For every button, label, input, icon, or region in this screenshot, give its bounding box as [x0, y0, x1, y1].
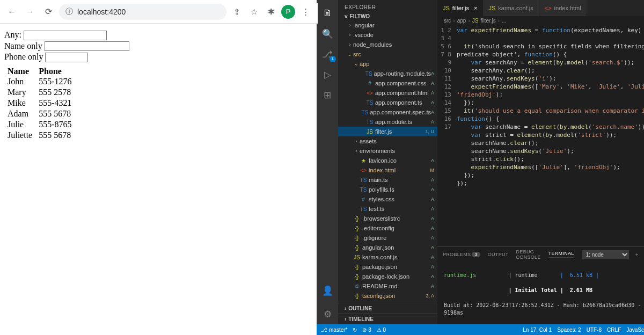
explorer-title: EXPLORER: [338, 0, 437, 12]
phone-input[interactable]: [45, 53, 88, 62]
status-spaces[interactable]: Spaces: 2: [557, 327, 581, 333]
tree-item[interactable]: JSkarma.conf.jsA: [338, 252, 437, 262]
extensions-icon[interactable]: ⊞: [317, 85, 338, 105]
tree-item[interactable]: TStest.tsA: [338, 204, 437, 214]
editor-tab[interactable]: <>index.html: [539, 0, 587, 16]
status-warnings[interactable]: ⚠ 0: [377, 327, 386, 333]
search-icon[interactable]: 🔍: [317, 24, 338, 44]
tree-item[interactable]: #app.component.cssA: [338, 78, 437, 88]
tree-item[interactable]: {}tsconfig.json2, A: [338, 291, 437, 301]
account-icon[interactable]: 👤: [317, 280, 338, 301]
tree-item[interactable]: ›node_modules: [338, 40, 437, 49]
panel-tab-terminal[interactable]: TERMINAL: [548, 251, 574, 258]
tree-item[interactable]: TSapp.component.tsA: [338, 98, 437, 107]
col-phone: Phone: [35, 67, 75, 76]
extensions-icon[interactable]: ✱: [264, 5, 278, 19]
page-content: Any: Name only Phone only Name Phone Joh…: [0, 24, 317, 147]
col-name: Name: [4, 67, 35, 76]
table-row: Adam555 5678: [4, 108, 75, 119]
timeline-section[interactable]: ›TIMELINE: [338, 314, 437, 324]
any-input[interactable]: [24, 31, 107, 40]
vscode-pane: 🗎 🔍 ⎇1 ▷ ⊞ 👤 ⚙ EXPLORER vFILTWO ›.angula…: [317, 0, 644, 335]
status-enc[interactable]: UTF-8: [587, 327, 602, 333]
status-eol[interactable]: CRLF: [607, 327, 621, 333]
debug-icon[interactable]: ▷: [317, 64, 338, 85]
tree-item[interactable]: <>index.htmlM: [338, 165, 437, 175]
tree-item[interactable]: ›environments: [338, 146, 437, 156]
phone-label: Phone only: [4, 52, 43, 61]
menu-icon[interactable]: ⋮: [298, 5, 312, 19]
address-bar[interactable]: ⓘ localhost:4200: [59, 4, 226, 20]
url-text: localhost:4200: [77, 8, 126, 16]
table-row: Mike555-4321: [4, 98, 75, 108]
name-label: Name only: [4, 41, 42, 50]
tree-item[interactable]: ›.vscode: [338, 30, 437, 40]
explorer-icon[interactable]: 🗎: [317, 3, 338, 24]
tree-item[interactable]: {}package-lock.jsonA: [338, 272, 437, 281]
tree-item[interactable]: ›.angular: [338, 20, 437, 30]
tree-item[interactable]: ①README.mdA: [338, 281, 437, 291]
status-pos[interactable]: Ln 17, Col 1: [523, 327, 552, 333]
panel-tab-problems[interactable]: PROBLEMS3: [443, 252, 480, 257]
tree-item[interactable]: TSapp-routing.module.tsA: [338, 69, 437, 78]
site-info-icon[interactable]: ⓘ: [65, 7, 73, 17]
friends-table: Name Phone John555-1276Mary555 2578Mike5…: [4, 67, 75, 141]
profile-avatar[interactable]: P: [281, 5, 295, 19]
scm-icon[interactable]: ⎇1: [317, 44, 338, 64]
tree-item[interactable]: {}package.jsonA: [338, 262, 437, 272]
tree-item[interactable]: ›assets: [338, 136, 437, 146]
tree-item[interactable]: TSapp.module.tsA: [338, 117, 437, 127]
status-bar: ⎇ master* ↻ ⊘ 3 ⚠ 0 Ln 17, Col 1 Spaces:…: [317, 324, 644, 335]
table-row: John555-1276: [4, 76, 75, 87]
activity-bar: 🗎 🔍 ⎇1 ▷ ⊞ 👤 ⚙: [317, 0, 338, 324]
tree-item[interactable]: {}.gitignoreA: [338, 233, 437, 243]
outline-section[interactable]: ›OUTLINE: [338, 303, 437, 314]
reload-button[interactable]: ⟳: [41, 4, 56, 19]
status-sync[interactable]: ↻: [353, 327, 357, 333]
status-lang[interactable]: JavaScript: [626, 327, 644, 333]
settings-icon[interactable]: ⚙: [317, 304, 338, 324]
root-folder[interactable]: vFILTWO: [338, 12, 437, 20]
tree-item[interactable]: {}angular.jsonA: [338, 243, 437, 252]
new-terminal-icon[interactable]: ＋: [634, 251, 639, 258]
editor-tabs: JSfilter.js×JSkarma.conf.js<>index.html …: [437, 0, 644, 16]
breadcrumb[interactable]: src› app› JS filter.js› ...: [437, 16, 644, 25]
panel-tab-debug[interactable]: DEBUG CONSOLE: [516, 249, 541, 260]
file-tree: ›.angular›.vscode›node_modules⌄src⌄appTS…: [338, 20, 437, 303]
browser-toolbar: ← → ⟳ ⓘ localhost:4200 ⇪ ☆ ✱ P ⋮: [0, 0, 317, 24]
name-input[interactable]: [45, 41, 129, 51]
table-row: Julie555-8765: [4, 119, 75, 130]
forward-button[interactable]: →: [23, 4, 38, 19]
tree-item[interactable]: JSfilter.js1, U: [338, 127, 437, 136]
status-errors[interactable]: ⊘ 3: [362, 327, 371, 333]
table-row: Mary555 2578: [4, 87, 75, 98]
tree-item[interactable]: {}.browserslistrcA: [338, 214, 437, 223]
tree-item[interactable]: ⌄app: [338, 59, 437, 69]
editor-tab[interactable]: JSkarma.conf.js: [483, 0, 539, 16]
tree-item[interactable]: #styles.cssA: [338, 194, 437, 204]
table-row: Juliette555 5678: [4, 130, 75, 141]
gutter: 1 2 3 4 5 6 7 8 9 10 11 12 13 14 15 16 1…: [437, 25, 457, 246]
share-icon[interactable]: ⇪: [230, 5, 244, 19]
sidebar: EXPLORER vFILTWO ›.angular›.vscode›node_…: [338, 0, 437, 324]
browser-pane: ← → ⟳ ⓘ localhost:4200 ⇪ ☆ ✱ P ⋮ Any: Na…: [0, 0, 317, 335]
tree-item[interactable]: ★favicon.icoA: [338, 156, 437, 165]
tree-item[interactable]: {}.editorconfigA: [338, 223, 437, 233]
any-label: Any:: [4, 30, 21, 39]
terminal[interactable]: runtime.js | runtime | 6.51 kB | | Initi…: [437, 262, 644, 324]
back-button[interactable]: ←: [4, 4, 19, 19]
editor-area: JSfilter.js×JSkarma.conf.js<>index.html …: [437, 0, 644, 324]
terminal-select[interactable]: 1: node: [582, 250, 629, 259]
panel-tab-output[interactable]: OUTPUT: [488, 252, 509, 257]
panel: PROBLEMS3 OUTPUT DEBUG CONSOLE TERMINAL …: [437, 246, 644, 324]
tree-item[interactable]: TSpolyfills.tsA: [338, 185, 437, 194]
editor-tab[interactable]: JSfilter.js×: [437, 0, 483, 16]
tree-item[interactable]: TSapp.component.spec.tsA: [338, 107, 437, 117]
code[interactable]: var expectFriendNames = function(expecte…: [457, 25, 644, 246]
tree-item[interactable]: ⌄src: [338, 49, 437, 59]
tree-item[interactable]: <>app.component.htmlA: [338, 88, 437, 98]
status-branch[interactable]: ⎇ master*: [321, 327, 347, 333]
editor[interactable]: 1 2 3 4 5 6 7 8 9 10 11 12 13 14 15 16 1…: [437, 25, 644, 246]
tree-item[interactable]: TSmain.tsA: [338, 175, 437, 185]
bookmark-icon[interactable]: ☆: [247, 5, 261, 19]
